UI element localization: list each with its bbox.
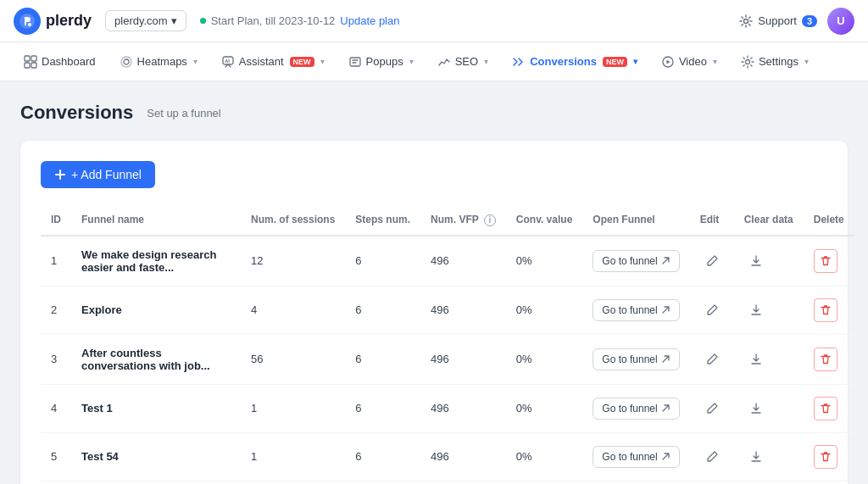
topbar: plerdy plerdy.com ▾ Start Plan, till 202… bbox=[0, 0, 868, 42]
cell-sessions: 4 bbox=[241, 286, 345, 334]
cell-id: 5 bbox=[41, 432, 71, 481]
plan-status-dot bbox=[200, 18, 206, 24]
conversions-new-badge: NEW bbox=[603, 57, 627, 67]
user-avatar[interactable]: U bbox=[827, 8, 854, 35]
main-content: Conversions Set up a funnel + Add Funnel… bbox=[0, 81, 868, 484]
cell-vfp: 496 bbox=[420, 432, 506, 481]
trash-icon bbox=[820, 255, 832, 267]
logo-icon bbox=[14, 8, 41, 35]
delete-button[interactable] bbox=[814, 249, 837, 273]
page-title: Conversions bbox=[20, 102, 133, 124]
assistant-icon: AI bbox=[221, 55, 235, 69]
col-header-edit: Edit bbox=[690, 205, 734, 236]
svg-rect-3 bbox=[25, 56, 30, 61]
clear-data-button[interactable] bbox=[744, 348, 768, 371]
cell-edit bbox=[690, 286, 734, 334]
edit-icon bbox=[705, 353, 719, 366]
edit-button[interactable] bbox=[700, 298, 724, 322]
edit-button[interactable] bbox=[700, 397, 724, 420]
popups-icon bbox=[348, 55, 362, 69]
nav-item-heatmaps[interactable]: Heatmaps ▾ bbox=[109, 48, 208, 75]
video-icon bbox=[661, 55, 675, 69]
clear-data-button[interactable] bbox=[744, 298, 768, 322]
cell-conv: 0% bbox=[506, 236, 582, 287]
clear-data-button[interactable] bbox=[744, 445, 768, 469]
external-link-icon bbox=[661, 354, 670, 364]
cell-id: 1 bbox=[41, 236, 71, 287]
cell-vfp: 496 bbox=[420, 481, 506, 484]
edit-icon bbox=[705, 254, 719, 268]
delete-button[interactable] bbox=[814, 397, 837, 420]
site-selector[interactable]: plerdy.com ▾ bbox=[105, 10, 186, 31]
nav-item-video[interactable]: Video ▾ bbox=[651, 48, 727, 75]
cell-delete bbox=[804, 286, 854, 334]
cell-clear bbox=[734, 286, 804, 334]
nav-video-label: Video bbox=[679, 55, 707, 68]
cell-open: Go to funnel bbox=[582, 384, 689, 432]
conversions-chevron: ▾ bbox=[633, 57, 637, 66]
trash-icon bbox=[820, 451, 832, 463]
nav-item-dashboard[interactable]: Dashboard bbox=[14, 48, 106, 75]
edit-icon bbox=[705, 303, 719, 317]
logo[interactable]: plerdy bbox=[14, 8, 92, 35]
setup-funnel-link[interactable]: Set up a funnel bbox=[147, 107, 220, 120]
cell-name: We make design research easier and faste… bbox=[71, 236, 241, 287]
col-header-conv: Conv. value bbox=[506, 205, 582, 236]
cell-id: 2 bbox=[41, 286, 71, 334]
settings-chevron: ▾ bbox=[804, 57, 809, 66]
vfp-info-icon[interactable]: i bbox=[484, 214, 496, 226]
delete-button[interactable] bbox=[814, 298, 837, 322]
cell-delete bbox=[804, 384, 854, 432]
cell-clear bbox=[734, 432, 804, 481]
go-to-funnel-button[interactable]: Go to funnel bbox=[593, 250, 679, 272]
go-to-funnel-button[interactable]: Go to funnel bbox=[593, 446, 679, 468]
plus-icon bbox=[54, 169, 66, 181]
delete-button[interactable] bbox=[814, 445, 837, 469]
go-to-funnel-button[interactable]: Go to funnel bbox=[593, 299, 679, 321]
download-icon bbox=[749, 353, 763, 366]
update-plan-link[interactable]: Update plan bbox=[340, 14, 399, 27]
topbar-right: Support 3 U bbox=[739, 8, 854, 35]
col-header-clear: Clear data bbox=[734, 205, 804, 236]
plan-info: Start Plan, till 2023-10-12 Update plan bbox=[200, 14, 400, 27]
table-row: 2 Explore 4 6 496 0% Go to funnel bbox=[41, 286, 854, 334]
cell-clear bbox=[734, 236, 804, 287]
cell-steps: 6 bbox=[345, 481, 420, 484]
edit-button[interactable] bbox=[700, 445, 724, 469]
svg-point-8 bbox=[121, 57, 131, 67]
trash-icon bbox=[820, 304, 832, 316]
cell-sessions: 12 bbox=[241, 236, 345, 287]
cell-sessions: 1 bbox=[241, 432, 345, 481]
edit-button[interactable] bbox=[700, 249, 724, 273]
support-button[interactable]: Support 3 bbox=[739, 14, 817, 28]
cell-steps: 6 bbox=[345, 384, 420, 432]
nav-heatmaps-label: Heatmaps bbox=[137, 55, 187, 68]
trash-icon bbox=[820, 403, 832, 414]
trash-icon bbox=[820, 353, 832, 365]
go-to-funnel-button[interactable]: Go to funnel bbox=[593, 398, 679, 420]
clear-data-button[interactable] bbox=[744, 249, 768, 273]
seo-chevron: ▾ bbox=[484, 57, 488, 66]
nav-item-seo[interactable]: SEO ▾ bbox=[427, 48, 498, 75]
cell-id: 3 bbox=[41, 334, 71, 384]
funnels-table: ID Funnel name Num. of sessions Steps nu… bbox=[41, 205, 854, 484]
cell-steps: 6 bbox=[345, 432, 420, 481]
table-row: 3 After countless conversations with job… bbox=[41, 334, 854, 384]
clear-data-button[interactable] bbox=[744, 397, 768, 420]
cell-edit bbox=[690, 384, 734, 432]
add-funnel-button[interactable]: + Add Funnel bbox=[41, 161, 155, 188]
nav-item-popups[interactable]: Popups ▾ bbox=[338, 48, 424, 75]
plan-text: Start Plan, till 2023-10-12 bbox=[211, 14, 336, 27]
col-header-vfp: Num. VFP i bbox=[420, 205, 506, 236]
edit-button[interactable] bbox=[700, 348, 724, 371]
nav-item-conversions[interactable]: Conversions NEW ▾ bbox=[502, 48, 648, 75]
nav-item-settings[interactable]: Settings ▾ bbox=[731, 48, 819, 75]
heatmaps-icon bbox=[120, 55, 133, 69]
delete-button[interactable] bbox=[814, 348, 837, 371]
table-row: 1 We make design research easier and fas… bbox=[41, 236, 854, 287]
go-to-funnel-button[interactable]: Go to funnel bbox=[593, 348, 679, 370]
cell-delete bbox=[804, 236, 854, 287]
dashboard-icon bbox=[24, 55, 37, 69]
assistant-new-badge: NEW bbox=[290, 57, 314, 67]
nav-item-assistant[interactable]: AI Assistant NEW ▾ bbox=[211, 48, 335, 75]
